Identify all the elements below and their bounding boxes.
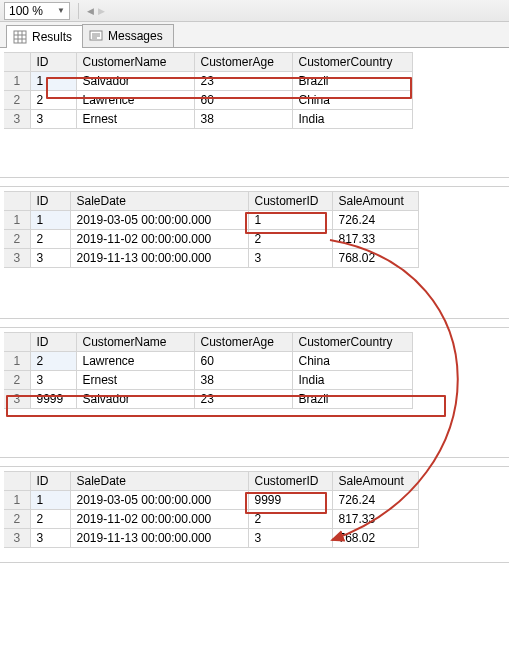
cell[interactable]: 60 [194, 91, 292, 110]
table-row[interactable]: 1 1 2019-03-05 00:00:00.000 9999 726.24 [4, 491, 418, 510]
header-row: ID CustomerName CustomerAge CustomerCoun… [4, 53, 412, 72]
col-customername[interactable]: CustomerName [76, 53, 194, 72]
col-customercountry[interactable]: CustomerCountry [292, 333, 412, 352]
cell[interactable]: 3 [30, 529, 70, 548]
cell[interactable]: 768.02 [332, 529, 418, 548]
cell[interactable]: 2019-11-02 00:00:00.000 [70, 510, 248, 529]
col-customername[interactable]: CustomerName [76, 333, 194, 352]
results-grid-sales-2[interactable]: ID SaleDate CustomerID SaleAmount 1 1 20… [4, 471, 419, 548]
svg-rect-0 [14, 31, 26, 43]
cell[interactable]: Ernest [76, 371, 194, 390]
row-number: 3 [4, 110, 30, 129]
col-saleamount[interactable]: SaleAmount [332, 192, 418, 211]
cell[interactable]: 2019-11-02 00:00:00.000 [70, 230, 248, 249]
table-row[interactable]: 1 1 Salvador 23 Brazil [4, 72, 412, 91]
grid-icon [13, 30, 27, 44]
cell[interactable]: 1 [248, 211, 332, 230]
cell[interactable]: 817.33 [332, 230, 418, 249]
cell[interactable]: 2 [30, 510, 70, 529]
table-row[interactable]: 2 2 2019-11-02 00:00:00.000 2 817.33 [4, 510, 418, 529]
messages-icon [89, 29, 103, 43]
cell[interactable]: 2019-11-13 00:00:00.000 [70, 529, 248, 548]
results-grid-customers-2[interactable]: ID CustomerName CustomerAge CustomerCoun… [4, 332, 413, 409]
cell[interactable]: Salvador [76, 72, 194, 91]
cell[interactable]: 9999 [30, 390, 76, 409]
table-row[interactable]: 2 2 Lawrence 60 China [4, 91, 412, 110]
col-customerid[interactable]: CustomerID [248, 472, 332, 491]
tab-results[interactable]: Results [6, 25, 83, 48]
cell[interactable]: 60 [194, 352, 292, 371]
cell[interactable]: 2019-11-13 00:00:00.000 [70, 249, 248, 268]
cell[interactable]: China [292, 352, 412, 371]
cell[interactable]: 726.24 [332, 211, 418, 230]
cell[interactable]: 1 [30, 72, 76, 91]
cell[interactable]: 2019-03-05 00:00:00.000 [70, 491, 248, 510]
cell[interactable]: 726.24 [332, 491, 418, 510]
results-grid-sales-1[interactable]: ID SaleDate CustomerID SaleAmount 1 1 20… [4, 191, 419, 268]
cell[interactable]: 2019-03-05 00:00:00.000 [70, 211, 248, 230]
chevron-left-icon[interactable]: ◀ [87, 6, 94, 16]
col-saledate[interactable]: SaleDate [70, 192, 248, 211]
cell[interactable]: Lawrence [76, 352, 194, 371]
rownum-header [4, 53, 30, 72]
chevron-down-icon: ▼ [57, 6, 65, 15]
cell[interactable]: 3 [248, 529, 332, 548]
table-row[interactable]: 3 3 2019-11-13 00:00:00.000 3 768.02 [4, 529, 418, 548]
cell[interactable]: 2 [30, 352, 76, 371]
cell[interactable]: 3 [30, 110, 76, 129]
results-pane-3: ID CustomerName CustomerAge CustomerCoun… [0, 327, 509, 458]
cell[interactable]: Brazil [292, 390, 412, 409]
results-pane-4: ID SaleDate CustomerID SaleAmount 1 1 20… [0, 466, 509, 563]
col-id[interactable]: ID [30, 192, 70, 211]
tab-messages[interactable]: Messages [82, 24, 174, 47]
cell[interactable]: Ernest [76, 110, 194, 129]
row-number: 3 [4, 249, 30, 268]
col-customerid[interactable]: CustomerID [248, 192, 332, 211]
table-row[interactable]: 2 2 2019-11-02 00:00:00.000 2 817.33 [4, 230, 418, 249]
col-customerage[interactable]: CustomerAge [194, 333, 292, 352]
col-saledate[interactable]: SaleDate [70, 472, 248, 491]
cell[interactable]: 2 [248, 230, 332, 249]
cell[interactable]: 2 [30, 230, 70, 249]
table-row[interactable]: 1 1 2019-03-05 00:00:00.000 1 726.24 [4, 211, 418, 230]
table-row[interactable]: 2 3 Ernest 38 India [4, 371, 412, 390]
results-grid-customers-1[interactable]: ID CustomerName CustomerAge CustomerCoun… [4, 52, 413, 129]
col-customerage[interactable]: CustomerAge [194, 53, 292, 72]
table-row[interactable]: 3 3 Ernest 38 India [4, 110, 412, 129]
cell[interactable]: 3 [30, 371, 76, 390]
table-row[interactable]: 3 9999 Salvador 23 Brazil [4, 390, 412, 409]
cell[interactable]: 3 [30, 249, 70, 268]
cell[interactable]: China [292, 91, 412, 110]
results-pane-1: ID CustomerName CustomerAge CustomerCoun… [0, 52, 509, 178]
zoom-dropdown[interactable]: 100 % ▼ [4, 2, 70, 20]
table-row[interactable]: 3 3 2019-11-13 00:00:00.000 3 768.02 [4, 249, 418, 268]
col-saleamount[interactable]: SaleAmount [332, 472, 418, 491]
col-id[interactable]: ID [30, 472, 70, 491]
col-customercountry[interactable]: CustomerCountry [292, 53, 412, 72]
cell[interactable]: 3 [248, 249, 332, 268]
cell[interactable]: 38 [194, 110, 292, 129]
tab-messages-label: Messages [108, 29, 163, 43]
header-row: ID SaleDate CustomerID SaleAmount [4, 192, 418, 211]
table-row[interactable]: 1 2 Lawrence 60 China [4, 352, 412, 371]
cell[interactable]: 2 [30, 91, 76, 110]
cell[interactable]: 23 [194, 390, 292, 409]
col-id[interactable]: ID [30, 53, 76, 72]
cell[interactable]: 2 [248, 510, 332, 529]
cell[interactable]: 23 [194, 72, 292, 91]
toolbar-separator [78, 3, 79, 19]
cell[interactable]: 1 [30, 211, 70, 230]
cell[interactable]: 768.02 [332, 249, 418, 268]
results-area: ID CustomerName CustomerAge CustomerCoun… [0, 52, 509, 563]
cell[interactable]: Lawrence [76, 91, 194, 110]
chevron-right-icon[interactable]: ▶ [98, 6, 105, 16]
cell[interactable]: India [292, 371, 412, 390]
cell[interactable]: Salvador [76, 390, 194, 409]
cell[interactable]: 817.33 [332, 510, 418, 529]
cell[interactable]: 9999 [248, 491, 332, 510]
cell[interactable]: 38 [194, 371, 292, 390]
cell[interactable]: India [292, 110, 412, 129]
col-id[interactable]: ID [30, 333, 76, 352]
cell[interactable]: Brazil [292, 72, 412, 91]
cell[interactable]: 1 [30, 491, 70, 510]
